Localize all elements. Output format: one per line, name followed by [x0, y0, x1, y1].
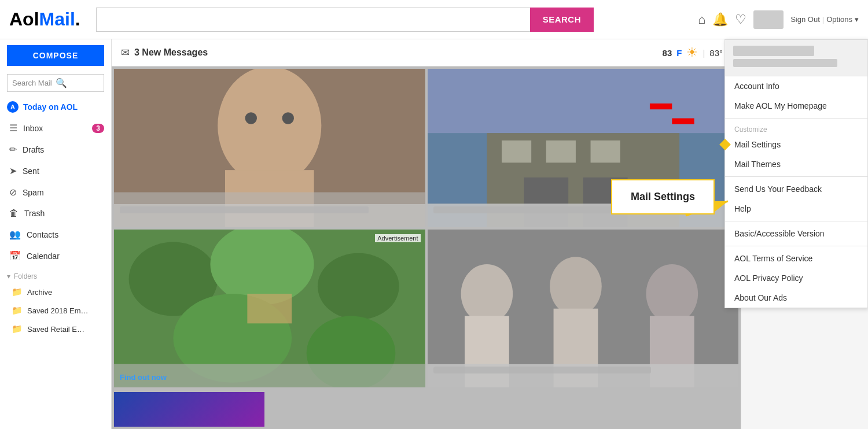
heart-icon[interactable]: ♡: [735, 12, 746, 27]
dropdown-aol-privacy[interactable]: AOL Privacy Policy: [725, 268, 867, 288]
dropdown-make-homepage[interactable]: Make AOL My Homepage: [725, 96, 867, 116]
logo-aol: Aol: [9, 9, 39, 30]
dropdown-separator-4: [725, 246, 867, 246]
tile-1-image: [114, 69, 425, 227]
sidebar-item-sent[interactable]: ➤ Sent: [0, 160, 111, 182]
header: Aol Mail . SEARCH ⌂ 🔔 ♡ Sign Out | Optio…: [0, 0, 868, 39]
sun-icon: ☀: [686, 45, 698, 60]
logo-dot: .: [75, 9, 80, 30]
calendar-icon: 📅: [9, 250, 21, 261]
inbox-label: Inbox: [23, 124, 43, 133]
tile-4-image: [428, 230, 739, 388]
sidebar-item-contacts[interactable]: 👥 Contacts: [0, 224, 111, 245]
dropdown-user-area: [725, 40, 867, 76]
folder-saved-retail-label: Saved Retail E…: [27, 325, 84, 334]
svg-rect-11: [590, 140, 620, 162]
search-mail-area[interactable]: Search Mail 🔍: [7, 74, 104, 92]
folder-archive[interactable]: 📁 Archive: [0, 283, 111, 301]
logo: Aol Mail .: [9, 9, 84, 30]
home-icon[interactable]: ⌂: [698, 12, 705, 27]
svg-point-3: [282, 112, 294, 124]
dropdown-account-info[interactable]: Account Info: [725, 76, 867, 96]
options-chevron[interactable]: ▾: [855, 15, 859, 24]
contacts-icon: 👥: [9, 229, 21, 240]
svg-point-26: [461, 264, 513, 323]
ad-label: Advertisement: [375, 234, 420, 242]
trash-icon: 🗑: [9, 208, 19, 219]
dropdown-help[interactable]: Help: [725, 199, 867, 219]
sidebar-item-trash[interactable]: 🗑 Trash: [0, 203, 111, 224]
send-feedback-label: Send Us Your Feedback: [734, 184, 822, 194]
drafts-label: Drafts: [23, 145, 44, 154]
about-ads-label: About Our Ads: [734, 293, 787, 302]
trash-label: Trash: [24, 209, 45, 218]
dropdown-separator-2: [725, 176, 867, 177]
sent-label: Sent: [23, 167, 39, 176]
svg-point-30: [646, 264, 698, 323]
logo-mail: Mail: [39, 9, 75, 30]
aol-circle-icon: A: [7, 101, 19, 113]
weather-widget: 83 F ☀ | 83° H: [663, 45, 731, 60]
inbox-icon: ☰: [9, 123, 17, 134]
spam-label: Spam: [23, 188, 44, 197]
sidebar-item-calendar[interactable]: 📅 Calendar: [0, 245, 111, 267]
dropdown-mail-settings[interactable]: Mail Settings: [725, 135, 867, 154]
user-name-bar: [733, 46, 814, 56]
main-content: ✉ 3 New Messages 83 F ☀ | 83° H: [112, 39, 741, 429]
sign-out-link[interactable]: Sign Out: [790, 15, 820, 24]
sign-out-options: Sign Out | Options ▾: [790, 15, 859, 24]
search-icon: 🔍: [56, 77, 99, 88]
options-dropdown: Account Info Make AOL My Homepage Custom…: [724, 39, 868, 308]
today-on-aol-item[interactable]: A Today on AOL: [0, 97, 111, 117]
svg-rect-10: [546, 140, 575, 162]
help-label: Help: [734, 204, 751, 213]
find-out-link[interactable]: Find out now: [120, 373, 167, 382]
folder-icon-3: 📁: [12, 324, 23, 334]
compose-button[interactable]: COMPOSE: [7, 45, 104, 66]
header-right: ⌂ 🔔 ♡ Sign Out | Options ▾: [698, 10, 859, 29]
inbox-badge: 3: [92, 124, 104, 133]
search-area: SEARCH: [96, 8, 594, 32]
dropdown-send-feedback[interactable]: Send Us Your Feedback: [725, 179, 867, 199]
news-tile-4[interactable]: [428, 230, 739, 388]
dropdown-basic-version[interactable]: Basic/Accessible Version: [725, 224, 867, 243]
basic-version-label: Basic/Accessible Version: [734, 229, 825, 238]
dropdown-separator-1: [725, 118, 867, 119]
options-link[interactable]: Options: [826, 15, 852, 24]
search-input[interactable]: [96, 8, 530, 32]
folder-saved-retail[interactable]: 📁 Saved Retail E…: [0, 320, 111, 338]
sidebar: COMPOSE Search Mail 🔍 A Today on AOL ☰ I…: [0, 39, 112, 429]
sidebar-item-spam[interactable]: ⊘ Spam: [0, 182, 111, 203]
news-tile-1[interactable]: [114, 69, 425, 227]
folder-icon-2: 📁: [12, 305, 23, 316]
user-avatar: [753, 10, 784, 29]
folder-saved-2018[interactable]: 📁 Saved 2018 Em…: [0, 301, 111, 320]
folder-icon: 📁: [12, 287, 23, 297]
bottom-tile[interactable]: [114, 392, 264, 427]
svg-rect-15: [649, 103, 671, 109]
dropdown-mail-themes[interactable]: Mail Themes: [725, 154, 867, 174]
sidebar-item-inbox[interactable]: ☰ Inbox 3: [0, 117, 111, 139]
bell-icon[interactable]: 🔔: [712, 12, 728, 27]
tile-4-blur: [428, 364, 739, 387]
svg-rect-14: [672, 119, 694, 124]
contacts-label: Contacts: [27, 230, 58, 239]
svg-point-20: [318, 253, 399, 319]
drafts-icon: ✏: [9, 144, 17, 155]
news-tile-3[interactable]: Advertisement Find out now: [114, 230, 425, 388]
temperature-value: 83: [663, 48, 672, 58]
svg-point-1: [218, 69, 321, 185]
mail-themes-label: Mail Themes: [734, 160, 781, 169]
folders-label: Folders: [14, 272, 37, 280]
svg-point-28: [550, 257, 602, 316]
temperature-unit: F: [676, 48, 682, 58]
sent-icon: ➤: [9, 165, 17, 176]
mail-envelope-icon: ✉: [121, 46, 130, 59]
folders-section[interactable]: ▾ Folders: [0, 267, 111, 283]
dropdown-about-ads[interactable]: About Our Ads: [725, 288, 867, 308]
folder-archive-label: Archive: [27, 288, 52, 297]
sidebar-item-drafts[interactable]: ✏ Drafts: [0, 139, 111, 160]
dropdown-aol-terms[interactable]: AOL Terms of Service: [725, 249, 867, 268]
spam-icon: ⊘: [9, 187, 17, 198]
search-button[interactable]: SEARCH: [530, 8, 594, 32]
